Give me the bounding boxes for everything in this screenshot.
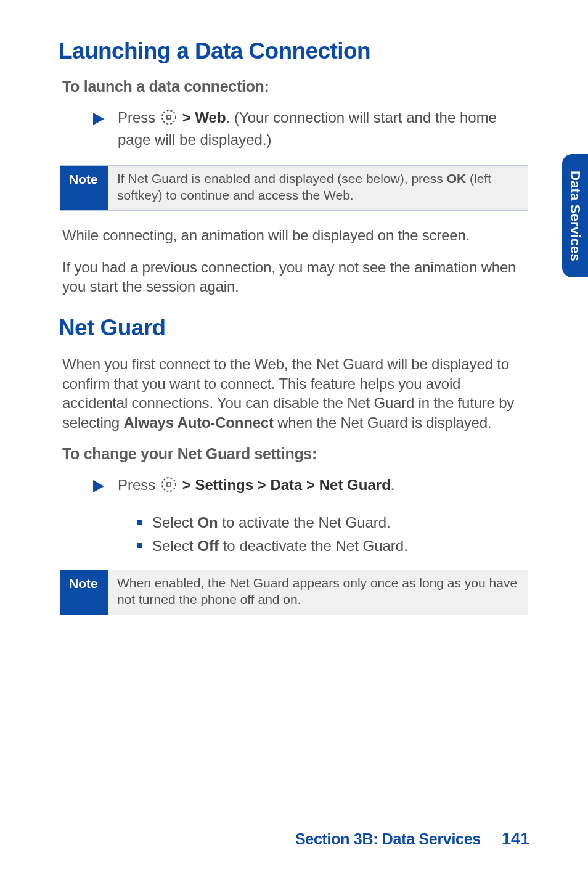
paragraph: While connecting, an animation will be d… <box>62 226 526 245</box>
text-fragment: when the Net Guard is displayed. <box>274 414 492 431</box>
text-fragment: If Net Guard is enabled and displayed (s… <box>117 171 447 186</box>
svg-rect-5 <box>167 483 171 486</box>
nav-key-icon <box>161 476 177 497</box>
square-bullet-icon <box>137 543 142 548</box>
note-box-1: Note If Net Guard is enabled and display… <box>60 165 528 211</box>
paragraph: If you had a previous connection, you ma… <box>62 258 526 296</box>
step-text: Press > Web. (Your connection will start… <box>118 108 529 149</box>
text-fragment: Select <box>152 514 197 531</box>
paragraph: When you first connect to the Web, the N… <box>62 354 526 433</box>
subhead-launch: To launch a data connection: <box>62 78 529 96</box>
side-tab-label: Data Services <box>567 171 583 261</box>
step-text: Press > Settings > Data > Net Guard. <box>118 475 529 497</box>
text-bold: > Web <box>178 109 226 126</box>
nav-key-icon <box>161 109 177 130</box>
text-bold: > Settings > Data > Net Guard <box>178 476 391 493</box>
svg-point-4 <box>162 478 176 491</box>
note-body: When enabled, the Net Guard appears only… <box>108 570 528 615</box>
note-body: If Net Guard is enabled and displayed (s… <box>108 166 528 210</box>
step-item: Press > Web. (Your connection will start… <box>93 108 529 149</box>
sub-list: Select On to activate the Net Guard. Sel… <box>137 513 529 555</box>
footer-section-label: Section 3B: Data Services <box>295 830 481 848</box>
text-fragment: to activate the Net Guard. <box>218 514 391 531</box>
text-fragment: Press <box>118 109 155 126</box>
list-text: Select Off to deactivate the Net Guard. <box>152 536 408 556</box>
text-fragment: Select <box>152 537 197 554</box>
page-content: Launching a Data Connection To launch a … <box>0 0 588 615</box>
footer-page-number: 141 <box>502 830 529 849</box>
note-label: Note <box>60 570 108 615</box>
note-label: Note <box>60 166 108 210</box>
triangle-bullet-icon <box>93 110 104 130</box>
list-item: Select On to activate the Net Guard. <box>137 513 529 533</box>
triangle-bullet-icon <box>93 478 104 497</box>
text-bold: On <box>197 514 218 531</box>
text-bold: OK <box>447 171 467 186</box>
heading-launching: Launching a Data Connection <box>59 38 529 64</box>
page-footer: Section 3B: Data Services 141 <box>295 830 529 849</box>
step-list-1: Press > Web. (Your connection will start… <box>93 108 529 149</box>
text-bold: Always Auto-Connect <box>123 414 273 431</box>
step-item: Press > Settings > Data > Net Guard. <box>93 475 529 497</box>
svg-marker-0 <box>93 113 104 125</box>
list-item: Select Off to deactivate the Net Guard. <box>137 536 529 556</box>
svg-point-1 <box>162 110 176 124</box>
text-fragment: to deactivate the Net Guard. <box>219 537 408 554</box>
step-list-2: Press > Settings > Data > Net Guard. <box>93 475 529 497</box>
square-bullet-icon <box>137 520 142 525</box>
subhead-change: To change your Net Guard settings: <box>62 445 529 463</box>
svg-marker-3 <box>93 480 104 492</box>
text-fragment: . <box>391 476 395 493</box>
svg-rect-2 <box>167 115 171 119</box>
text-fragment: Press <box>118 476 155 493</box>
note-box-2: Note When enabled, the Net Guard appears… <box>60 570 528 615</box>
side-tab: Data Services <box>562 154 588 277</box>
text-bold: Off <box>197 537 219 554</box>
heading-netguard: Net Guard <box>59 315 529 341</box>
list-text: Select On to activate the Net Guard. <box>152 513 391 533</box>
